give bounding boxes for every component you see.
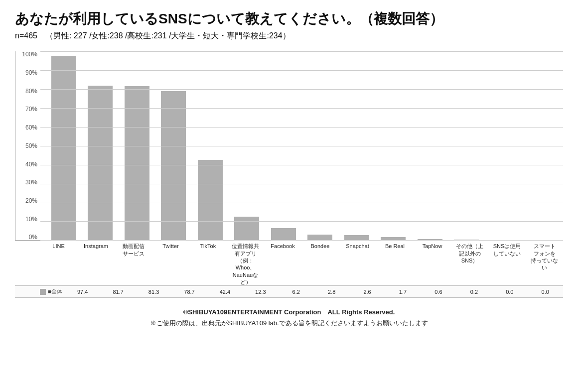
bar-group [265, 51, 302, 240]
bar [381, 237, 406, 240]
bar-label: TikTok [189, 241, 227, 285]
page-title: あなたが利用しているSNSについて教えてください。（複数回答） [15, 10, 563, 28]
legend-box [40, 289, 46, 295]
bar-label: Bondee [301, 241, 339, 285]
bar [344, 235, 369, 240]
bar-label: SNSは使用していない [488, 241, 526, 285]
bar-label: その他（上記以外のSNS） [451, 241, 488, 285]
bar-group [119, 51, 155, 240]
bar [125, 86, 149, 240]
legend-cell: ■全体 [40, 286, 65, 297]
chart-area: 100%90%80%70%60%50%40%30%20%10%0% [15, 51, 563, 241]
bar-group [375, 51, 412, 240]
bar-value: 81.7 [100, 286, 136, 297]
y-axis-label: 80% [25, 88, 37, 94]
bars-wrapper [40, 51, 563, 240]
y-axis-label: 40% [25, 161, 37, 167]
bar-value: 2.8 [314, 286, 349, 297]
bar-label: Snapchat [339, 241, 376, 285]
y-axis: 100%90%80%70%60%50%40%30%20%10%0% [15, 51, 40, 240]
values-row: ■全体 97.481.781.378.742.412.36.22.82.61.7… [15, 285, 563, 298]
bar-label: Instagram [77, 241, 115, 285]
chart-container: 100%90%80%70%60%50%40%30%20%10%0% LINEIn… [15, 51, 563, 298]
bar [454, 240, 479, 240]
y-axis-label: 10% [25, 216, 37, 222]
bar-group [82, 51, 119, 240]
subtitle: n=465 （男性: 227 /女性:238 /高校生:231 /大学生・短大・… [15, 31, 563, 41]
footer-line1: ©SHIBUYA109ENTERTAINMENT Corporation ALL… [15, 307, 563, 318]
bar-group [155, 51, 192, 240]
bar-value: 0.0 [492, 286, 527, 297]
bar-group [45, 51, 82, 240]
bar-label: スマートフォンを持っていない [526, 241, 563, 285]
bar-group [522, 51, 559, 240]
y-axis-label: 30% [25, 179, 37, 185]
bar-group [448, 51, 485, 240]
bar-value: 81.3 [136, 286, 171, 297]
labels-row: LINEInstagram動画配信サービスTwitterTikTok位置情報共有… [15, 241, 563, 285]
bar-value: 78.7 [171, 286, 207, 297]
bar-value: 2.6 [349, 286, 385, 297]
bar-label: 位置情報共有アプリ（例：Whoo、NauNauなど） [227, 241, 264, 285]
y-axis-label: 90% [25, 70, 37, 76]
bar [234, 217, 259, 240]
bar [418, 239, 442, 240]
y-axis-label: 60% [25, 125, 37, 131]
bar-label: Be Real [376, 241, 414, 285]
y-axis-label: 70% [25, 106, 37, 112]
bar-label: Facebook [264, 241, 301, 285]
bar-group [192, 51, 229, 240]
bar-group [412, 51, 448, 240]
bar-group [229, 51, 266, 240]
grid-line [40, 240, 563, 241]
bar-value: 1.7 [385, 286, 421, 297]
bar-value: 0.2 [456, 286, 492, 297]
bar-label: 動画配信サービス [115, 241, 152, 285]
bar-label: LINE [40, 241, 77, 285]
y-axis-label: 20% [25, 198, 37, 204]
bar-value: 0.0 [527, 286, 563, 297]
bar-value: 0.6 [421, 286, 456, 297]
bar-group [338, 51, 375, 240]
bar [51, 56, 76, 240]
bar-group [485, 51, 522, 240]
bar-value: 12.3 [243, 286, 278, 297]
bar-value: 97.4 [65, 286, 100, 297]
y-axis-label: 50% [25, 143, 37, 149]
footer-line2: ※ご使用の際は、出典元がSHIBUYA109 lab.である旨を明記くださいます… [15, 318, 563, 329]
bar [198, 160, 223, 240]
bar-label: Twitter [152, 241, 189, 285]
bar-label: TapNow [414, 241, 451, 285]
bar [161, 91, 186, 240]
bar-value: 42.4 [207, 286, 243, 297]
bar-group [302, 51, 339, 240]
y-axis-label: 0% [29, 234, 37, 240]
bar-value: 6.2 [279, 286, 314, 297]
bar [271, 228, 296, 240]
y-axis-label: 100% [22, 51, 37, 57]
legend-label: ■全体 [48, 288, 62, 295]
bar [88, 86, 113, 240]
bar [307, 235, 332, 240]
footer: ©SHIBUYA109ENTERTAINMENT Corporation ALL… [15, 307, 563, 329]
